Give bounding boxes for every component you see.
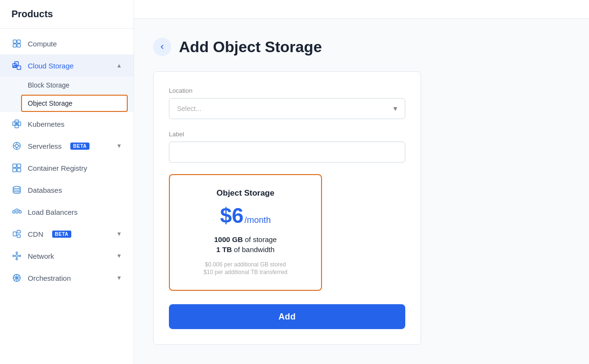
pricing-period: /month	[244, 215, 271, 225]
compute-icon	[11, 38, 22, 49]
svg-rect-2	[13, 44, 17, 47]
databases-icon	[11, 185, 22, 195]
pricing-specs: 1000 GB of storage 1 TB of bandwidth	[185, 235, 306, 254]
sidebar-item-load-balancers-label: Load Balancers	[28, 208, 78, 216]
form-card: Location Select... ▼ Label Object Storag…	[153, 71, 421, 345]
svg-rect-30	[17, 235, 21, 238]
svg-rect-7	[13, 66, 17, 67]
sidebar-item-container-registry[interactable]: Container Registry	[0, 157, 133, 179]
container-registry-icon	[11, 163, 22, 173]
svg-point-31	[16, 255, 18, 257]
main-content-area: Add Object Storage Location Select... ▼ …	[134, 0, 589, 364]
pricing-storage-bold: 1000 GB	[214, 235, 243, 243]
block-storage-label: Block Storage	[28, 81, 69, 89]
page-header: Add Object Storage	[153, 38, 570, 56]
serverless-beta-badge: BETA	[70, 143, 89, 150]
label-field-group: Label	[169, 131, 405, 163]
svg-rect-20	[13, 168, 17, 172]
pricing-amount: $6	[220, 204, 244, 228]
sidebar-item-cdn-label: CDN	[28, 230, 44, 238]
sidebar-item-network[interactable]: Network ▼	[0, 245, 133, 267]
load-balancers-icon	[11, 207, 22, 217]
chevron-down-icon: ▼	[116, 143, 122, 149]
sidebar-item-databases[interactable]: Databases	[0, 179, 133, 201]
cdn-icon	[11, 229, 22, 239]
cdn-beta-badge: BETA	[52, 231, 71, 238]
sidebar-item-block-storage[interactable]: Block Storage	[0, 77, 133, 94]
label-input[interactable]	[169, 142, 405, 163]
sidebar-item-load-balancers[interactable]: Load Balancers	[0, 201, 133, 223]
svg-point-34	[16, 258, 17, 260]
svg-rect-21	[17, 168, 21, 172]
pricing-bandwidth-text: of bandwidth	[234, 245, 275, 254]
label-label: Label	[169, 131, 405, 138]
object-storage-label: Object Storage	[28, 99, 72, 107]
pricing-bandwidth-bold: 1 TB	[216, 245, 232, 254]
svg-rect-29	[17, 231, 21, 233]
sidebar-item-compute[interactable]: Compute	[0, 33, 133, 55]
main-header	[134, 0, 589, 19]
svg-point-12	[15, 144, 19, 148]
svg-rect-25	[19, 211, 21, 213]
serverless-icon	[11, 141, 22, 151]
sidebar-title: Products	[0, 0, 133, 29]
sidebar-item-kubernetes-label: Kubernetes	[28, 120, 65, 128]
main-content: Add Object Storage Location Select... ▼ …	[134, 19, 589, 364]
pricing-card-wrapper: Object Storage $6 /month 1000 GB of stor…	[169, 174, 405, 291]
sidebar-item-kubernetes[interactable]: Kubernetes	[0, 113, 133, 135]
svg-rect-19	[17, 164, 21, 168]
svg-point-33	[19, 255, 21, 256]
location-select-wrapper: Select... ▼	[169, 98, 405, 119]
svg-point-32	[16, 252, 17, 254]
back-button[interactable]	[153, 38, 171, 56]
sidebar-item-serverless-label: Serverless	[28, 142, 62, 150]
sidebar-item-cloud-storage-label: Cloud Storage	[28, 62, 74, 70]
pricing-storage-text: of storage	[245, 235, 277, 243]
location-select[interactable]: Select...	[169, 98, 405, 119]
svg-point-35	[13, 255, 14, 256]
network-icon	[11, 251, 22, 261]
svg-rect-0	[13, 40, 17, 44]
pricing-storage-spec: 1000 GB of storage	[185, 235, 306, 243]
svg-rect-23	[13, 211, 15, 213]
sidebar-item-object-storage[interactable]: Object Storage	[21, 95, 128, 112]
location-field-group: Location Select... ▼	[169, 87, 405, 119]
kubernetes-icon	[11, 119, 22, 129]
location-label: Location	[169, 87, 405, 94]
svg-rect-24	[16, 211, 18, 213]
network-chevron-icon: ▼	[116, 253, 122, 259]
pricing-card-title: Object Storage	[185, 188, 306, 198]
sidebar-item-network-label: Network	[28, 252, 54, 260]
svg-rect-11	[15, 124, 19, 128]
chevron-up-icon: ▲	[116, 62, 122, 69]
sidebar-item-orchestration-label: Orchestration	[28, 274, 71, 282]
pricing-extra2: $10 per additional TB transferred	[185, 269, 306, 276]
sidebar-item-orchestration[interactable]: Orchestration ▼	[0, 267, 133, 289]
sidebar-item-databases-label: Databases	[28, 186, 62, 194]
cloud-storage-subnav: Block Storage Object Storage	[0, 77, 133, 112]
cdn-chevron-icon: ▼	[116, 231, 122, 237]
page-title: Add Object Storage	[179, 38, 322, 56]
add-button[interactable]: Add	[169, 304, 405, 329]
sidebar-item-compute-label: Compute	[28, 40, 57, 48]
cloud-storage-icon	[11, 60, 22, 71]
sidebar-nav: Compute Cloud Storage ▲ Block Storage Ob…	[0, 29, 133, 364]
sidebar-item-serverless[interactable]: Serverless BETA ▼	[0, 135, 133, 157]
pricing-bandwidth-spec: 1 TB of bandwidth	[185, 245, 306, 254]
sidebar: Products Compute Cloud Storage ▲	[0, 0, 134, 364]
svg-rect-6	[17, 66, 21, 70]
orchestration-icon	[11, 273, 22, 283]
svg-rect-18	[13, 164, 17, 168]
sidebar-item-container-registry-label: Container Registry	[28, 164, 87, 172]
svg-rect-28	[13, 232, 17, 236]
svg-rect-3	[17, 44, 21, 47]
sidebar-item-cloud-storage[interactable]: Cloud Storage ▲	[0, 55, 133, 77]
svg-point-22	[13, 187, 21, 189]
orchestration-chevron-icon: ▼	[116, 275, 122, 281]
pricing-card[interactable]: Object Storage $6 /month 1000 GB of stor…	[169, 174, 322, 291]
pricing-price: $6 /month	[185, 204, 306, 228]
sidebar-item-cdn[interactable]: CDN BETA ▼	[0, 223, 133, 245]
svg-rect-1	[17, 40, 21, 44]
pricing-extra1: $0.006 per additional GB stored	[185, 261, 306, 268]
